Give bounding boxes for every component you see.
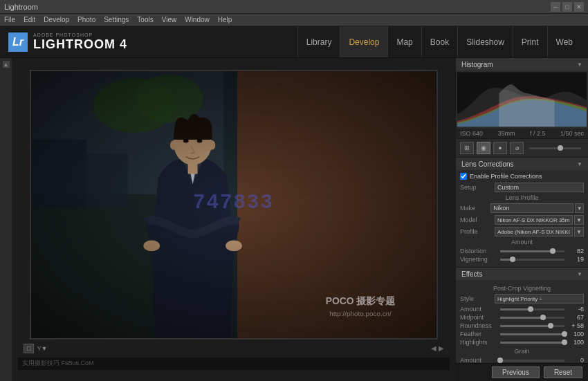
make-dropdown-btn[interactable]: ▼ — [575, 203, 584, 213]
feather-value: 100 — [567, 331, 584, 337]
menu-bar: File Edit Develop Photo Settings Tools V… — [0, 14, 588, 26]
enable-corrections-label: Enable Profile Corrections — [470, 173, 542, 180]
roundness-thumb[interactable] — [548, 323, 553, 328]
app-title: Lightroom — [4, 3, 38, 11]
menu-file[interactable]: File — [4, 16, 15, 24]
close-button[interactable]: ✕ — [574, 2, 584, 12]
histogram-svg — [457, 72, 587, 127]
nav-book[interactable]: Book — [421, 26, 457, 57]
menu-help[interactable]: Help — [218, 16, 232, 24]
setup-input[interactable] — [495, 183, 584, 192]
model-row: Model ▼ — [460, 215, 584, 225]
nav-slideshow[interactable]: Slideshow — [457, 26, 513, 57]
distortion-track[interactable] — [500, 250, 564, 252]
minimize-button[interactable]: ─ — [551, 2, 560, 12]
lens-corrections-header[interactable]: Lens Corrections ▼ — [456, 158, 588, 170]
menu-develop[interactable]: Develop — [44, 16, 69, 24]
midpoint-value: 67 — [567, 314, 584, 321]
lens-corrections-section: Lens Corrections ▼ Enable Profile Correc… — [456, 158, 588, 268]
histogram-section: Histogram ▼ — [456, 58, 588, 139]
previous-button[interactable]: Previous — [492, 366, 540, 378]
nav-web[interactable]: Web — [547, 26, 581, 57]
brush-tool[interactable]: ⌀ — [510, 142, 524, 154]
bottom-watermark-bar: 实用摄影技巧 FsBus.CoM — [18, 357, 450, 370]
histogram-title: Histogram — [461, 61, 493, 68]
nav-map[interactable]: Map — [387, 26, 421, 57]
roundness-track[interactable] — [500, 325, 564, 327]
nav-library[interactable]: Library — [297, 26, 340, 57]
menu-window[interactable]: Window — [185, 16, 210, 24]
menu-photo[interactable]: Photo — [77, 16, 95, 24]
menu-settings[interactable]: Settings — [104, 16, 129, 24]
amount-title: Amount — [460, 239, 584, 245]
profile-row: Profile ▼ — [460, 227, 584, 236]
roundness-row: Roundness + 58 — [460, 322, 584, 329]
model-label: Model — [460, 216, 495, 223]
bottom-nav: Previous Reset — [455, 363, 588, 381]
nav-develop[interactable]: Develop — [340, 26, 387, 57]
make-input[interactable] — [490, 203, 573, 213]
effects-amount-thumb[interactable] — [528, 306, 533, 312]
enable-corrections-checkbox[interactable] — [460, 173, 467, 180]
right-panel: Histogram ▼ — [455, 58, 588, 381]
lens-profile-title: Lens Profile — [460, 194, 584, 201]
setup-row: Setup — [460, 183, 584, 192]
post-crop-title: Post-Crop Vignetting — [460, 285, 584, 292]
style-label: Style — [460, 295, 495, 302]
vignetting-track[interactable] — [500, 259, 564, 261]
grain-title: Grain — [460, 348, 584, 355]
enable-corrections-row: Enable Profile Corrections — [460, 173, 584, 180]
model-dropdown-btn[interactable]: ▼ — [574, 215, 584, 225]
profile-label: Profile — [460, 228, 495, 235]
model-input[interactable] — [495, 215, 573, 225]
effects-section: Effects ▼ Post-Crop Vignetting Style Amo… — [456, 268, 588, 377]
logo-text: ADOBE PHOTOSHOP LIGHTROOM 4 — [33, 32, 127, 52]
title-bar: Lightroom ─ □ ✕ — [0, 0, 588, 14]
midpoint-thumb[interactable] — [540, 315, 546, 320]
feather-row: Feather 100 — [460, 331, 584, 337]
reset-button[interactable]: Reset — [544, 366, 582, 378]
shutter-label: 1/50 sec — [560, 130, 584, 137]
exposure-slider-track[interactable] — [529, 147, 581, 149]
effects-amount-track[interactable] — [500, 308, 564, 310]
midpoint-label: Midpoint — [460, 314, 498, 321]
logo-area: Lr ADOBE PHOTOSHOP LIGHTROOM 4 — [0, 26, 136, 57]
view-toggle-button[interactable]: □ — [24, 344, 34, 353]
highlights-thumb[interactable] — [562, 340, 567, 345]
grain-amount-track[interactable] — [500, 360, 564, 362]
redeye-tool[interactable]: ● — [493, 142, 507, 154]
logo-title: LIGHTROOM 4 — [33, 37, 127, 52]
highlights-track[interactable] — [500, 342, 564, 344]
lens-corrections-content: Enable Profile Corrections Setup Lens Pr… — [456, 170, 588, 267]
profile-input[interactable] — [495, 227, 573, 236]
menu-edit[interactable]: Edit — [24, 16, 35, 24]
histogram-header[interactable]: Histogram ▼ — [456, 58, 588, 71]
vignetting-label: Vignetting — [460, 256, 498, 263]
effects-header[interactable]: Effects ▼ — [456, 268, 588, 280]
nav-print[interactable]: Print — [513, 26, 547, 57]
distortion-value: 82 — [567, 248, 584, 254]
logo-subtitle: ADOBE PHOTOSHOP — [33, 32, 127, 37]
style-input[interactable] — [495, 294, 584, 304]
crop-tool[interactable]: ⊞ — [460, 142, 474, 154]
distortion-thumb[interactable] — [550, 248, 555, 254]
effects-amount-row: Amount -6 — [460, 306, 584, 313]
scroll-left-btn[interactable]: ◀ — [431, 344, 437, 352]
feather-track[interactable] — [500, 333, 564, 335]
spot-tool[interactable]: ◉ — [477, 142, 490, 154]
menu-view[interactable]: View — [162, 16, 177, 24]
scroll-right-btn[interactable]: ▶ — [439, 344, 444, 352]
main-nav: Library Develop Map Book Slideshow Print… — [297, 26, 581, 57]
maximize-button[interactable]: □ — [562, 2, 572, 12]
grain-amount-thumb[interactable] — [497, 357, 503, 363]
svg-text:POCO 摄影专题: POCO 摄影专题 — [326, 295, 396, 306]
profile-dropdown-btn[interactable]: ▼ — [574, 227, 584, 236]
scroll-up-arrow[interactable]: ▲ — [3, 61, 10, 68]
roundness-fill — [500, 325, 551, 327]
highlights-fill — [500, 342, 564, 344]
menu-tools[interactable]: Tools — [137, 16, 153, 24]
exposure-slider-thumb[interactable] — [558, 145, 563, 151]
feather-thumb[interactable] — [562, 331, 567, 337]
vignetting-thumb[interactable] — [510, 257, 515, 262]
midpoint-track[interactable] — [500, 317, 564, 319]
